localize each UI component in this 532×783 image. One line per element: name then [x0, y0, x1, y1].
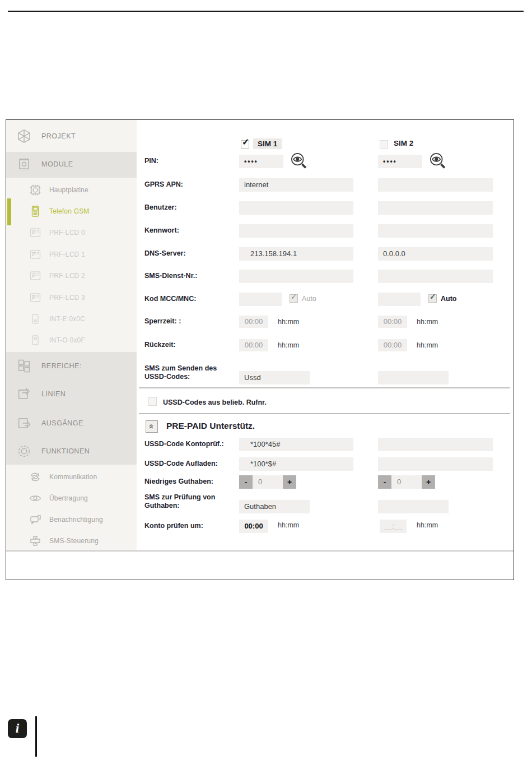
sms-ussd-input-sim2[interactable]: [378, 371, 449, 384]
konto-pruefen-input-sim1[interactable]: 00:00: [239, 520, 268, 533]
sperrzeit-label: Sperrzeit: :: [144, 317, 239, 326]
pin-input-sim2[interactable]: ••••: [378, 155, 422, 168]
auto-label-sim1: Auto: [302, 295, 316, 303]
checkmark-icon: ✓: [242, 137, 249, 147]
dns-server-input-sim2[interactable]: 0.0.0.0: [378, 247, 493, 261]
sidebar-item-label: INT-E 0x0C: [49, 315, 85, 323]
gsm-phone-icon: [29, 205, 42, 218]
sim2-label: SIM 2: [394, 139, 413, 147]
show-password-icon-sim1[interactable]: [289, 151, 310, 174]
sidebar-item-prf-lcd-3[interactable]: PRF-LCD 3: [29, 289, 85, 306]
sidebar-item-prf-lcd-1[interactable]: PRF-LCD 1: [29, 246, 85, 263]
sms-dienst-nr-input-sim2[interactable]: [378, 270, 493, 283]
sms-dienst-nr-input-sim1[interactable]: [239, 270, 353, 283]
sidebar-item-funktionen[interactable]: FUNKTIONEN: [16, 443, 90, 460]
sidebar-item-kommunikation[interactable]: Kommunikation: [29, 469, 97, 485]
sidebar-item-projekt[interactable]: PROJEKT: [16, 128, 76, 145]
increment-button-sim2[interactable]: +: [422, 475, 435, 489]
sidebar-item-label: PRF-LCD 0: [49, 229, 85, 237]
kod-mcc-mnc-input-sim2[interactable]: [378, 293, 421, 306]
panel-bottom-divider: [6, 550, 514, 552]
sidebar-item-ausgaenge[interactable]: AUSGÄNGE: [16, 415, 83, 432]
show-password-icon-sim2[interactable]: [428, 151, 449, 174]
konto-pruefen-label: Konto prüfen um:: [144, 522, 239, 530]
dns-server-input-sim1[interactable]: 213.158.194.1: [239, 247, 353, 261]
niedriges-guthaben-value-sim2[interactable]: 0: [391, 475, 422, 489]
kennwort-input-sim1[interactable]: [239, 224, 353, 238]
sms-dienst-nr-label: SMS-Dienst-Nr.:: [144, 272, 239, 280]
partitions-icon: [16, 358, 32, 374]
double-chevron-up-icon: «: [146, 424, 157, 429]
checkmark-icon: ✓: [430, 292, 436, 301]
rueckzeit-label: Rückzeit:: [144, 341, 239, 349]
project-icon: [16, 128, 32, 144]
rueckzeit-input-sim1[interactable]: 00:00: [239, 339, 268, 351]
rueckzeit-unit-sim2: hh:mm: [417, 341, 438, 349]
sperrzeit-input-sim1[interactable]: 00:00: [239, 316, 268, 328]
sidebar-item-int-o[interactable]: INT-O 0x0F: [29, 332, 85, 349]
auto-checkbox-sim1[interactable]: ✓: [290, 294, 298, 303]
konto-pruefen-unit-sim1: hh:mm: [278, 521, 299, 529]
decrement-button-sim1[interactable]: -: [239, 475, 253, 489]
ussd-kontopruef-input-sim2[interactable]: [378, 438, 493, 451]
sim2-checkbox[interactable]: [380, 140, 388, 149]
messaging-icon: [29, 513, 42, 526]
sidebar-item-benachrichtigung[interactable]: Benachrichtigung: [29, 511, 103, 528]
sidebar-item-label: SMS-Steuerung: [49, 537, 99, 545]
sidebar-item-linien[interactable]: LINIEN: [16, 386, 66, 402]
benutzer-input-sim2[interactable]: [378, 201, 493, 215]
sidebar-item-label: Benachrichtigung: [49, 516, 103, 523]
sms-pruefung-input-sim1[interactable]: Guthaben: [239, 500, 310, 513]
sidebar-item-telefon-gsm[interactable]: Telefon GSM: [29, 203, 90, 220]
communication-icon: [29, 470, 42, 484]
gprs-apn-input-sim1[interactable]: internet: [239, 178, 353, 192]
sidebar-item-module[interactable]: MODULE: [16, 156, 73, 173]
auto-checkbox-sim2[interactable]: ✓: [428, 294, 437, 303]
sidebar-item-label: AUSGÄNGE: [41, 419, 83, 427]
niedriges-guthaben-label: Niedriges Guthaben:: [144, 478, 239, 486]
screenshot-frame: PROJEKT MODULE Hauptplatine Telefon GSM …: [6, 119, 514, 580]
sidebar-item-label: MODULE: [41, 160, 73, 168]
prepaid-section-title: PRE-PAID Unterstütz.: [166, 421, 255, 431]
zones-icon: [16, 386, 32, 402]
keypad-icon: [29, 248, 42, 261]
sim1-checkbox[interactable]: ✓: [241, 140, 249, 149]
sidebar-item-prf-lcd-0[interactable]: PRF-LCD 0: [29, 224, 85, 241]
kennwort-input-sim2[interactable]: [378, 224, 493, 238]
sidebar-item-hauptplatine[interactable]: Hauptplatine: [29, 182, 88, 198]
sim1-label: SIM 1: [253, 138, 282, 149]
increment-button-sim1[interactable]: +: [283, 475, 296, 489]
sidebar-item-bereiche[interactable]: BEREICHE:: [16, 358, 82, 374]
sidebar-item-sms-steuerung[interactable]: SMS-Steuerung: [29, 532, 99, 549]
sidebar-item-label: Telefon GSM: [49, 207, 90, 215]
ussd-aufladen-input-sim2[interactable]: [378, 457, 493, 471]
ussd-kontopruef-input-sim1[interactable]: *100*45#: [239, 438, 353, 451]
sperrzeit-input-sim2[interactable]: 00:00: [378, 316, 407, 328]
monitoring-icon: [29, 492, 42, 505]
sidebar-item-uebertragung[interactable]: Übertragung: [29, 490, 88, 507]
ussd-any-number-checkbox[interactable]: [148, 397, 157, 406]
pin-label: PIN:: [144, 157, 239, 165]
niedriges-guthaben-value-sim1[interactable]: 0: [253, 475, 283, 489]
kod-mcc-mnc-input-sim1[interactable]: [239, 293, 282, 306]
sidebar-item-prf-lcd-2[interactable]: PRF-LCD 2: [29, 267, 85, 284]
decrement-button-sim2[interactable]: -: [378, 475, 391, 489]
section-divider: [139, 387, 510, 388]
sidebar-item-label: PRF-LCD 1: [49, 251, 85, 258]
sidebar-item-int-e[interactable]: INT-E 0x0C: [29, 311, 85, 327]
gprs-apn-input-sim2[interactable]: [378, 178, 493, 192]
rueckzeit-input-sim2[interactable]: 00:00: [378, 339, 407, 351]
konto-pruefen-input-sim2[interactable]: __:__: [380, 520, 407, 533]
pin-input-sim1[interactable]: ••••: [239, 155, 283, 168]
collapse-section-button[interactable]: «: [146, 420, 158, 433]
sms-control-icon: [29, 534, 42, 548]
modules-icon: [16, 156, 32, 172]
rueckzeit-unit-sim1: hh:mm: [278, 341, 299, 349]
ussd-aufladen-input-sim1[interactable]: *100*$#: [239, 457, 353, 471]
sperrzeit-unit-sim2: hh:mm: [417, 318, 438, 326]
sms-ussd-input-sim1[interactable]: Ussd: [239, 371, 310, 384]
konto-pruefen-unit-sim2: hh:mm: [417, 521, 438, 529]
sperrzeit-unit-sim1: hh:mm: [278, 318, 299, 326]
sms-pruefung-input-sim2[interactable]: [378, 500, 449, 513]
benutzer-input-sim1[interactable]: [239, 201, 353, 215]
